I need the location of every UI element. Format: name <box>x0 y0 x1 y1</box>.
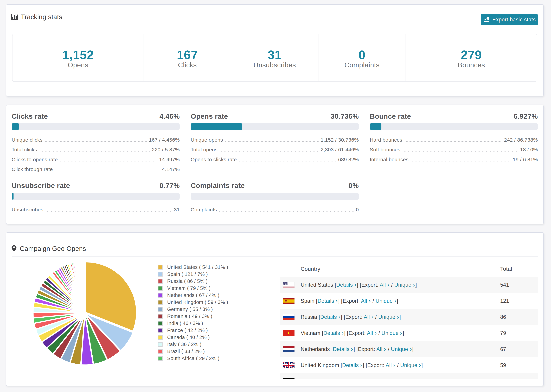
rate-row-label: Unsubscribes <box>12 207 43 213</box>
flag-gb <box>283 362 295 368</box>
geo-table-row-gb: United Kingdom [Details] [Export: All / … <box>280 357 538 373</box>
rate-row-label: Opens to clicks rate <box>191 157 237 162</box>
dotted-leader <box>219 145 319 155</box>
chevron-right-icon <box>369 300 371 303</box>
export-label: Export: <box>351 378 368 379</box>
export-all-link[interactable]: All <box>364 314 370 320</box>
geo-row-total: 541 <box>500 282 538 288</box>
tracking-stats-header: Tracking stats <box>12 5 538 28</box>
export-unique-link[interactable]: Unique <box>400 362 417 368</box>
map-pin-icon <box>11 244 17 252</box>
geo-col-total: Total <box>500 266 538 272</box>
legend-item-india: India ( 46 / 3% ) <box>158 320 228 327</box>
geo-title: Campaign Geo Opens <box>20 245 86 252</box>
export-all-link[interactable]: All <box>380 282 386 288</box>
details-link[interactable]: Details <box>326 378 342 379</box>
export-unique-link[interactable]: Unique <box>378 314 396 320</box>
geo-row-links: Germany [Details] [Export: All / Unique] <box>301 378 407 379</box>
rate-row-click-through-rate: Click through rate4.147% <box>12 165 180 175</box>
dotted-leader <box>60 155 157 165</box>
export-all-link[interactable]: All <box>369 378 375 379</box>
dotted-leader <box>404 135 502 145</box>
legend-label: Canada ( 40 / 2% ) <box>167 335 210 340</box>
legend-item-united-kingdom: United Kingdom ( 59 / 3% ) <box>158 299 228 306</box>
rate-row-label: Internal bounces <box>370 157 409 162</box>
legend-item-russia: Russia ( 86 / 5% ) <box>158 278 228 285</box>
details-link[interactable]: Details <box>342 362 359 368</box>
country-name: Netherlands <box>301 346 330 352</box>
rate-row-hard-bounces: Hard bounces242 / 86.738% <box>370 135 538 145</box>
rate-row-value: 242 / 86.738% <box>504 137 538 143</box>
details-link[interactable]: Details <box>323 330 340 336</box>
geo-table-row-de: Germany [Details] [Export: All / Unique]… <box>280 373 538 379</box>
rate-progress-track <box>12 123 180 130</box>
export-basic-stats-button[interactable]: Export basic stats <box>481 14 538 25</box>
stats-summary-row: 1,152Opens167Clicks31Unsubscribes0Compla… <box>12 34 537 82</box>
export-all-link[interactable]: All <box>376 346 382 352</box>
chevron-right-icon <box>342 332 344 335</box>
rate-section-opens-rate: Opens rate30.736%Unique opens1,152 / 30.… <box>191 112 359 182</box>
rate-section-unsubscribe-rate: Unsubscribe rate0.77%Unsubscribes31 <box>12 182 180 215</box>
export-all-link[interactable]: All <box>367 330 373 336</box>
rate-row-value: 2,303 / 61.446% <box>321 147 359 153</box>
export-unique-link[interactable]: Unique <box>376 298 393 304</box>
chevron-right-icon <box>410 348 412 351</box>
rate-value: 4.46% <box>160 112 180 120</box>
export-unique-link[interactable]: Unique <box>381 330 399 336</box>
geo-table-row-es: Spain [Details] [Export: All / Unique]12… <box>280 293 538 309</box>
legend-swatch <box>158 286 162 291</box>
geo-pie-chart[interactable] <box>21 261 149 379</box>
legend-swatch <box>158 356 162 361</box>
rate-progress-track <box>191 193 359 200</box>
stat-cell-complaints: 0Complaints <box>318 34 406 81</box>
details-link[interactable]: Details <box>320 314 337 320</box>
legend-item-brazil: Brazil ( 33 / 2% ) <box>158 348 228 355</box>
export-unique-link[interactable]: Unique <box>391 346 408 352</box>
export-label: Export: <box>345 314 362 320</box>
legend-item-romania: Romania ( 49 / 3% ) <box>158 313 228 320</box>
legend-label: France ( 42 / 2% ) <box>167 328 208 333</box>
stat-label: Clicks <box>178 61 197 69</box>
legend-swatch <box>158 307 162 312</box>
chevron-right-icon <box>413 284 415 287</box>
legend-swatch <box>158 272 162 277</box>
dotted-leader <box>402 145 518 155</box>
rate-progress-fill <box>370 123 381 130</box>
rate-title: Unsubscribe rate <box>12 182 70 189</box>
chevron-right-icon <box>351 348 353 351</box>
legend-item-italy: Italy ( 36 / 2% ) <box>158 341 228 348</box>
rate-row-value: 0 <box>356 207 359 213</box>
country-name: United Kingdom <box>301 362 339 368</box>
export-all-link[interactable]: All <box>361 298 367 304</box>
rate-row-label: Complaints <box>191 207 217 213</box>
rate-row-total-opens: Total opens2,303 / 61.446% <box>191 145 359 155</box>
export-unique-link[interactable]: Unique <box>384 378 401 379</box>
rate-row-total-clicks: Total clicks220 / 5.87% <box>12 145 180 155</box>
rate-value: 6.927% <box>514 112 538 120</box>
details-link[interactable]: Details <box>318 298 334 304</box>
export-all-link[interactable]: All <box>386 362 392 368</box>
export-unique-link[interactable]: Unique <box>394 282 411 288</box>
details-link[interactable]: Details <box>336 282 353 288</box>
chevron-right-icon <box>384 348 386 351</box>
country-name: Spain <box>301 298 315 304</box>
geo-header: Campaign Geo Opens <box>12 233 538 257</box>
rate-title: Opens rate <box>191 112 228 120</box>
rate-row-internal-bounces: Internal bounces19 / 6.81% <box>370 155 538 165</box>
rate-row-unique-opens: Unique opens1,152 / 30.736% <box>191 135 359 145</box>
geo-row-links: Russia [Details] [Export: All / Unique] <box>301 314 401 320</box>
legend-label: United States ( 541 / 31% ) <box>167 264 228 270</box>
legend-swatch <box>158 265 162 270</box>
export-label: Export: <box>361 282 378 288</box>
geo-row-total: 79 <box>500 330 538 336</box>
geo-row-total: 67 <box>500 346 538 352</box>
stat-value: 279 <box>461 49 482 61</box>
geo-row-total: 55 <box>500 378 538 379</box>
stat-label: Bounces <box>458 61 485 69</box>
legend-item-united-states: United States ( 541 / 31% ) <box>158 264 228 271</box>
rate-section-complaints-rate: Complaints rate0%Complaints0 <box>191 182 359 215</box>
pie-slice-59[interactable] <box>85 261 85 312</box>
legend-label: Spain ( 121 / 7% ) <box>167 271 208 277</box>
details-link[interactable]: Details <box>333 346 349 352</box>
chevron-right-icon <box>395 300 396 303</box>
